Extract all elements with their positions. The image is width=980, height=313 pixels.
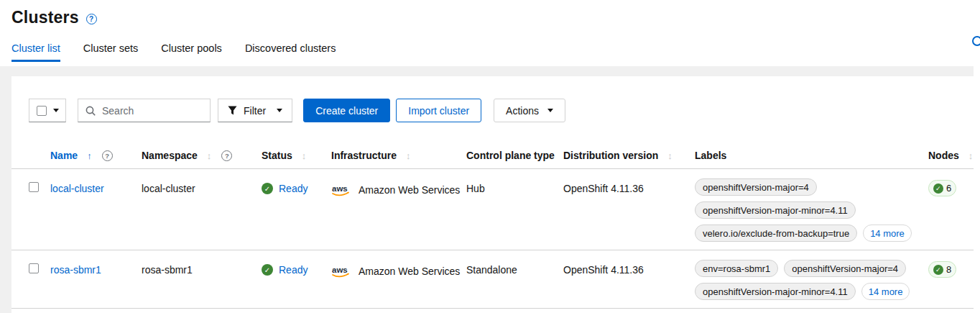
- create-cluster-button[interactable]: Create cluster: [303, 99, 390, 122]
- aws-logo-icon: aws: [331, 264, 353, 278]
- chevron-down-icon: [547, 109, 553, 112]
- column-header-infrastructure[interactable]: Infrastructure: [331, 142, 466, 169]
- actions-dropdown[interactable]: Actions: [494, 99, 565, 122]
- column-header-name[interactable]: Name: [50, 142, 142, 169]
- filter-dropdown[interactable]: Filter: [218, 99, 292, 122]
- clusters-page: Clusters Cluster list Cluster sets Clust…: [0, 0, 980, 313]
- label-pill: env=rosa-sbmr1: [695, 260, 778, 277]
- label-pill: openshiftVersion-major=4: [695, 178, 817, 196]
- nodes-ready-icon: [933, 265, 943, 275]
- page-title: Clusters: [11, 8, 79, 27]
- infrastructure-cell: Amazon Web Services: [359, 184, 460, 196]
- tab-cluster-sets[interactable]: Cluster sets: [83, 42, 139, 62]
- table-header-row: Name Namespace S: [11, 142, 974, 169]
- nodes-ready-badge[interactable]: 8: [928, 261, 956, 278]
- status-link[interactable]: Ready: [279, 183, 308, 194]
- nodes-ready-badge[interactable]: 6: [928, 180, 956, 196]
- control-plane-type-cell: Hub: [466, 169, 563, 250]
- svg-text:aws: aws: [332, 266, 348, 274]
- sort-icon[interactable]: [969, 150, 974, 161]
- clusters-table: Name Namespace S: [11, 142, 974, 309]
- namespace-help-icon[interactable]: [221, 150, 232, 161]
- table-row: local-cluster local-cluster Ready aws: [11, 169, 974, 250]
- labels-more-link[interactable]: 14 more: [863, 224, 912, 242]
- nodes-ready-icon: [933, 183, 943, 194]
- search-box: [78, 99, 211, 122]
- ready-status-icon: [262, 264, 273, 276]
- label-pill: openshiftVersion-major-minor=4.11: [695, 283, 856, 300]
- name-help-icon[interactable]: [102, 150, 113, 161]
- label-pill: openshiftVersion-major-minor=4.11: [695, 201, 856, 219]
- infrastructure-cell: Amazon Web Services: [359, 266, 460, 277]
- row-checkbox[interactable]: [29, 182, 39, 192]
- column-header-distribution-version[interactable]: Distribution version: [563, 142, 695, 169]
- svg-text:aws: aws: [332, 184, 348, 193]
- sort-icon[interactable]: [207, 150, 212, 161]
- tab-bar: Cluster list Cluster sets Cluster pools …: [0, 42, 974, 62]
- tab-cluster-list[interactable]: Cluster list: [11, 42, 60, 62]
- bulk-select-dropdown[interactable]: [29, 99, 66, 122]
- ready-status-icon: [262, 183, 273, 194]
- bulk-select-checkbox[interactable]: [37, 106, 47, 116]
- status-link[interactable]: Ready: [279, 264, 308, 276]
- labels-more-link[interactable]: 14 more: [861, 283, 910, 300]
- distribution-version-cell: OpenShift 4.11.36: [563, 169, 695, 250]
- chevron-down-icon: [53, 109, 59, 112]
- label-pill: openshiftVersion-major=4: [784, 260, 906, 277]
- sort-icon[interactable]: [302, 150, 307, 161]
- label-pill: velero.io/exclude-from-backup=true: [695, 224, 857, 242]
- page-help-icon[interactable]: [86, 14, 97, 24]
- column-header-control-plane-type: Control plane type: [466, 142, 563, 169]
- sort-icon[interactable]: [406, 150, 411, 161]
- sort-ascending-icon[interactable]: [87, 150, 92, 161]
- filter-icon: [228, 106, 237, 115]
- cluster-name-link[interactable]: rosa-sbmr1: [50, 264, 101, 276]
- tab-cluster-pools[interactable]: Cluster pools: [161, 42, 222, 62]
- column-header-nodes[interactable]: Nodes: [928, 142, 974, 169]
- clusters-card: Filter Create cluster Import cluster Act…: [11, 76, 974, 313]
- tab-discovered-clusters[interactable]: Discovered clusters: [245, 42, 336, 62]
- page-header: Clusters Cluster list Cluster sets Clust…: [0, 0, 974, 66]
- actions-label: Actions: [506, 105, 539, 117]
- control-plane-type-cell: Standalone: [466, 250, 563, 309]
- clipped-edge-icon: [972, 36, 980, 46]
- sort-icon[interactable]: [667, 150, 672, 161]
- search-input[interactable]: [102, 105, 195, 117]
- search-icon: [85, 106, 96, 116]
- select-all-header: [11, 142, 50, 169]
- namespace-cell: local-cluster: [142, 169, 262, 250]
- column-header-namespace[interactable]: Namespace: [142, 142, 262, 169]
- row-checkbox[interactable]: [29, 263, 39, 273]
- table-row: rosa-sbmr1 rosa-sbmr1 Ready aws: [11, 250, 974, 309]
- import-cluster-button[interactable]: Import cluster: [396, 99, 481, 122]
- table-toolbar: Filter Create cluster Import cluster Act…: [29, 99, 974, 122]
- filter-label: Filter: [244, 105, 266, 117]
- aws-logo-icon: aws: [331, 183, 353, 197]
- namespace-cell: rosa-sbmr1: [142, 250, 262, 309]
- column-header-labels: Labels: [695, 142, 928, 169]
- cluster-name-link[interactable]: local-cluster: [50, 183, 104, 194]
- distribution-version-cell: OpenShift 4.11.36: [563, 250, 695, 309]
- column-header-status[interactable]: Status: [262, 142, 331, 169]
- chevron-down-icon: [277, 109, 282, 112]
